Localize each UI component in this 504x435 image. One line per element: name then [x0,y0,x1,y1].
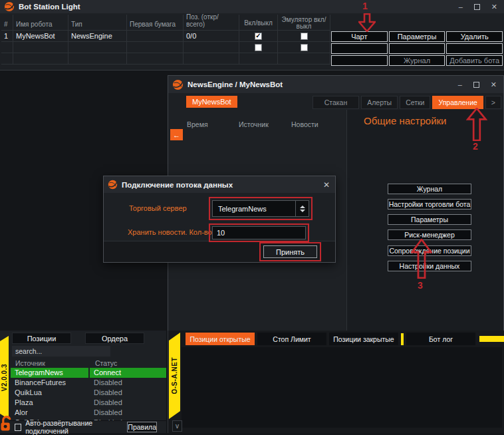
empty-cell [184,42,239,53]
empty-cell [184,53,239,65]
connection-status: Disabled [90,398,166,408]
bot-row-pos: 0/0 [184,31,239,42]
data-stream-dialog: Подключение потока данных ✕ Торговый сер… [103,176,336,263]
tab-manage[interactable]: Управление [432,96,483,109]
close-icon[interactable]: ✕ [491,81,497,88]
empty-cell [278,53,330,65]
tab-closed-positions[interactable]: Позиции закрытые [329,333,398,345]
positions-tabs: Позиции открытые Стоп Лимит Позиции закр… [186,333,504,345]
version-ribbon: V2.0.0.3 [0,336,9,419]
connections-list: TelegramNews Connect BinanceFutures Disa… [11,368,166,421]
news-count-input[interactable] [212,226,306,239]
empty-cell [127,42,184,53]
journal-button[interactable]: Журнал [389,55,445,66]
position-support-button[interactable]: Сопровождение позиции [388,245,471,256]
parameters-button[interactable]: Параметры [389,31,445,42]
tab-positions[interactable]: Позиции [12,333,71,344]
connection-row[interactable]: BinanceFutures Disabled [11,378,166,388]
connection-source: TelegramNews [11,368,88,378]
connection-status: Disabled [90,408,166,418]
tab-grids[interactable]: Сетки [400,96,430,109]
connection-source: Plaza [11,398,88,408]
positions-content [182,347,502,428]
unlock-icon [0,414,13,432]
maximize-icon[interactable] [474,4,480,10]
bot-row-paper [127,31,184,42]
close-icon[interactable]: ✕ [491,3,497,11]
positions-panel: O-S-A.NET Позиции открытые Стоп Лимит По… [168,331,504,433]
spinner-icons[interactable] [295,201,309,216]
col-header-pos: Поз. (откр/всего) [184,15,239,31]
connection-status: Connect [90,368,166,378]
search-input[interactable] [12,346,110,357]
risk-manager-button[interactable]: Риск-менеджер [388,229,471,240]
tab-glass[interactable]: Стакан [313,96,360,109]
rules-button[interactable]: Правила [127,422,157,432]
empty-cell [68,42,127,53]
news-col-source: Источник [239,120,269,128]
dialog-title: Подключение потока данных [122,181,233,189]
empty-cell [13,42,68,53]
tab-stop-limit[interactable]: Стоп Лимит [257,333,326,345]
add-bot-button[interactable]: Добавить бота [446,55,503,66]
settings-panel: Общие настройки Журнал Настройки торговл… [346,110,503,331]
data-settings-button[interactable]: Настройки данных [388,261,471,271]
empty-button [389,43,445,54]
col-header-paper: Первая бумага [127,15,184,31]
collapse-panel-button[interactable]: ← [170,129,183,140]
connection-row[interactable]: TelegramNews Connect [11,368,166,378]
onoff-checkbox-checked[interactable]: ✓ [255,33,262,40]
tab-alerts[interactable]: Алерты [361,96,398,109]
source-col-header: Источник [15,359,45,367]
emulator-checkbox-unchecked[interactable] [301,33,308,40]
col-header-num: # [1,15,13,31]
tab-orders[interactable]: Ордера [85,333,144,344]
bot-trade-settings-button[interactable]: Настройки торговли бота [388,199,471,210]
yellow-bar [479,336,504,342]
collapse-button[interactable]: v [172,420,182,432]
version-label: V2.0.0.3 [1,364,8,391]
minimize-icon[interactable]: – [459,3,463,11]
tab-bot-log[interactable]: Бот лог [406,333,475,345]
delete-button[interactable]: Удалить [446,31,503,42]
connection-source: Alor [11,408,88,418]
tab-mynewsbot[interactable]: MyNewsBot [186,96,237,108]
empty-button [331,43,388,54]
onoff-checkbox-unchecked[interactable] [255,44,262,51]
maximize-icon[interactable] [473,82,479,88]
journal-settings-button[interactable]: Журнал [388,184,471,194]
connection-row[interactable]: Alor Disabled [11,408,166,418]
connections-bottombar: Авто-развёртывание подключений Правила [9,420,166,433]
minimize-icon[interactable]: – [458,81,462,88]
connection-row[interactable]: QuikLua Disabled [11,388,166,398]
tab-more[interactable]: > [485,96,501,109]
accept-button[interactable]: Принять [263,245,317,258]
tab-open-positions[interactable]: Позиции открытые [186,333,255,345]
connection-status: Disabled [90,378,166,388]
trade-server-select[interactable]: TelegramNews [212,200,309,217]
bot-row-name[interactable]: MyNewsBot [13,31,68,42]
bot-row-num: 1 [1,31,13,42]
close-icon[interactable]: ✕ [323,180,331,190]
parameters-settings-button[interactable]: Параметры [388,214,471,225]
empty-cell [1,53,13,65]
app-logo-icon [108,180,118,190]
emulator-checkbox-unchecked[interactable] [301,44,308,51]
col-header-type: Тип [68,15,127,31]
empty-cell [127,53,184,65]
connection-source: BinanceFutures [11,378,88,388]
connection-row[interactable]: Plaza Disabled [11,398,166,408]
col-header-onoff: Вкл/выкл [239,15,278,31]
chart-button[interactable]: Чарт [331,31,388,42]
news-col-time: Время [187,120,208,128]
spinner-down-icon [300,210,305,212]
settings-heading: Общие настройки [364,115,447,126]
app-logo-icon [172,79,184,90]
connection-status: Disabled [90,388,166,398]
dialog-titlebar: Подключение потока данных ✕ [104,176,335,193]
connection-source: QuikLua [11,388,88,398]
auto-expand-checkbox[interactable] [15,424,21,431]
spinner-up-icon [300,206,305,208]
bot-action-buttons: Чарт Параметры Удалить Журнал Добавить б… [331,31,503,66]
col-header-emulator: Эмулятор вкл/выкл [278,15,330,31]
